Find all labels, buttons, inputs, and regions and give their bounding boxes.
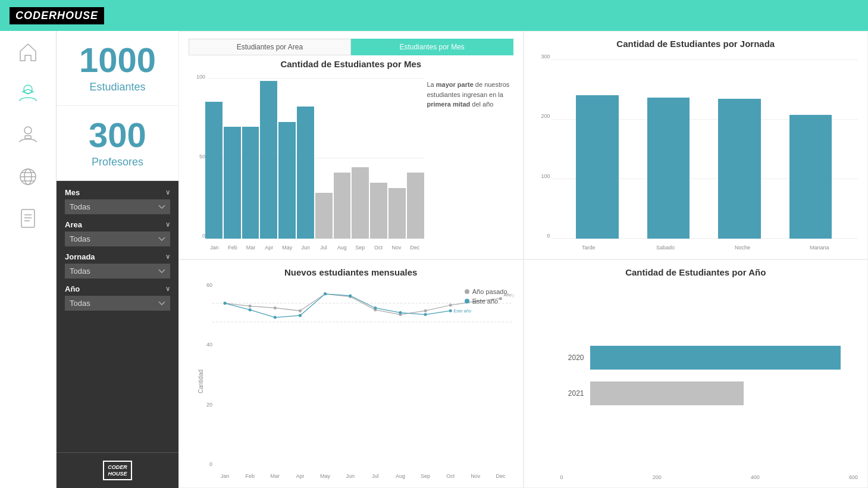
sidebar-item-documents[interactable] <box>13 204 43 233</box>
svg-point-1 <box>24 127 32 134</box>
filter-jornada-select[interactable]: Todas <box>65 264 170 279</box>
tab-estudiantes-mes[interactable]: Estudiantes por Mes <box>351 39 513 55</box>
this-year-dot-Jul <box>374 306 377 309</box>
anno-row-2021: 2021 <box>563 381 847 405</box>
bar-Sep <box>352 167 369 239</box>
legend-this-year: Este año <box>465 298 507 305</box>
anno-bar-2021 <box>590 381 744 405</box>
sidebar-item-students[interactable] <box>13 79 43 108</box>
jornada-bar-Sabado <box>647 98 690 239</box>
sidebar-item-globe[interactable] <box>13 162 43 192</box>
filter-jornada-label: Jornada <box>65 252 95 261</box>
bar-chart-bars <box>205 76 424 239</box>
jornada-y-axis: 0 100 200 300 <box>534 54 550 239</box>
filter-area: Area ∨ Todas <box>65 220 170 246</box>
students-label: Estudiantes <box>89 81 145 93</box>
jornada-bar-group-Sabado: 257 <box>633 56 704 239</box>
jornada-bar-Tarde <box>576 95 619 239</box>
legend-last-year-dot <box>465 289 469 294</box>
svg-rect-2 <box>25 136 31 139</box>
last-year-dot-Feb <box>249 305 252 308</box>
tab-bar: Estudiantes por Area Estudiantes por Mes <box>189 39 513 55</box>
filter-area-select[interactable]: Todas <box>65 232 170 246</box>
last-year-dot-Mar <box>274 306 277 309</box>
line-label-Jul: Jul <box>363 473 388 479</box>
sidebar-item-professors[interactable] <box>13 120 43 150</box>
legend-this-year-label: Este año <box>472 298 498 305</box>
bar-chart-title: Cantidad de Estudiantes por Mes <box>189 59 513 69</box>
bar-label-Feb: Feb <box>224 245 242 251</box>
left-panel: 1000 Estudiantes 300 Profesores Mes ∨ To… <box>57 31 178 488</box>
jornada-x-labels: TardeSabadoNocheManana <box>550 245 858 251</box>
bar-chart-wrapper: 0 50 100 JanFebMarAprMayJunJulAugSepOctN… <box>189 74 513 252</box>
bar-Aug <box>334 173 351 239</box>
professors-label: Profesores <box>92 156 143 168</box>
line-label-Aug: Aug <box>388 473 413 479</box>
filter-ano-label: Año <box>65 284 80 293</box>
tab-estudiantes-area[interactable]: Estudiantes por Area <box>189 39 351 55</box>
this-year-dot-Sep <box>424 313 427 316</box>
bar-Mar <box>242 127 259 239</box>
filter-mes-select[interactable]: Todas <box>65 199 170 214</box>
bar-label-Aug: Aug <box>333 245 351 251</box>
line-label-Sep: Sep <box>413 473 438 479</box>
bar-Jun <box>297 107 314 239</box>
bar-Oct <box>370 183 387 239</box>
bar-label-Jul: Jul <box>315 245 333 251</box>
filter-ano-select[interactable]: Todas <box>65 296 170 311</box>
sidebar <box>0 31 57 488</box>
bar-label-Jan: Jan <box>205 245 224 251</box>
jornada-bar-group-Manana: 226 <box>775 56 846 239</box>
line-chart-wrapper: Cantidad 0 20 40 60 Este añoAño pasado J… <box>189 282 513 480</box>
jornada-bar-group-Noche: 255 <box>704 56 775 239</box>
main-container: 1000 Estudiantes 300 Profesores Mes ∨ To… <box>0 31 868 488</box>
line-x-labels: JanFebMarAprMayJunJulAugSepOctNovDec <box>212 473 513 479</box>
last-year-dot-Sep <box>424 309 427 312</box>
jornada-bar-Noche <box>718 99 761 239</box>
anno-x-axis: 0 200 400 600 <box>534 474 858 480</box>
anno-label-2020: 2020 <box>563 354 584 362</box>
jornada-bar-Manana <box>789 115 832 239</box>
header: CODERHOUSE <box>0 0 868 31</box>
sidebar-item-home[interactable] <box>13 37 43 67</box>
this-year-dot-Mar <box>274 316 277 319</box>
line-chart-panel: Nuevos estudiantes mensuales Cantidad 0 … <box>178 259 524 488</box>
anno-label-2021: 2021 <box>563 389 584 398</box>
bar-annotation: La mayor parte de nuestros estudiantes i… <box>424 74 513 252</box>
this-year-dot-Jan <box>224 302 227 305</box>
bar-x-labels: JanFebMarAprMayJunJulAugSepOctNovDec <box>205 245 424 251</box>
bar-label-Dec: Dec <box>406 245 424 251</box>
line-label-May: May <box>313 473 338 479</box>
jornada-label-Sabado: Sabado <box>627 245 704 251</box>
bar-chart-panel: Estudiantes por Area Estudiantes por Mes… <box>178 31 524 259</box>
filter-panel: Mes ∨ Todas Area ∨ Todas Jornada <box>57 181 178 452</box>
jornada-bar-value-Tarde: 262 <box>593 87 603 94</box>
line-label-Dec: Dec <box>488 473 513 479</box>
jornada-bar-value-Noche: 255 <box>735 91 745 98</box>
anno-chart-wrapper: 2020 2021 <box>534 282 858 474</box>
jornada-bar-value-Sabado: 257 <box>663 90 673 96</box>
bar-label-Apr: Apr <box>260 245 278 251</box>
bar-Feb <box>224 127 241 239</box>
this-year-dot-Aug <box>399 311 402 314</box>
anno-row-2020: 2020 <box>563 346 847 370</box>
anno-chart-panel: Cantidad de Estudiantes por Año 2020 202… <box>524 259 869 488</box>
filter-area-chevron-icon: ∨ <box>165 221 170 229</box>
line-label-Apr: Apr <box>287 473 312 479</box>
bar-label-Mar: Mar <box>242 245 260 251</box>
this-year-dot-Jun <box>349 294 352 297</box>
bottom-logo: CODERHOUSE <box>57 452 178 488</box>
line-label-Oct: Oct <box>438 473 463 479</box>
svg-text:Este año: Este año <box>453 308 471 314</box>
line-label-Feb: Feb <box>237 473 262 479</box>
filter-ano: Año ∨ Todas <box>65 284 170 311</box>
bar-label-May: May <box>278 245 297 251</box>
filter-mes: Mes ∨ Todas <box>65 188 170 214</box>
bar-y-axis: 0 50 100 <box>189 74 205 239</box>
students-number: 1000 <box>79 43 156 77</box>
jornada-chart-wrapper: 0 100 200 300 262257255226 TardeSabadoNo… <box>534 54 858 252</box>
line-label-Mar: Mar <box>262 473 287 479</box>
this-year-dot-Oct <box>449 309 452 312</box>
bar-label-Jun: Jun <box>296 245 315 251</box>
anno-chart-title: Cantidad de Estudiantes por Año <box>534 267 858 277</box>
